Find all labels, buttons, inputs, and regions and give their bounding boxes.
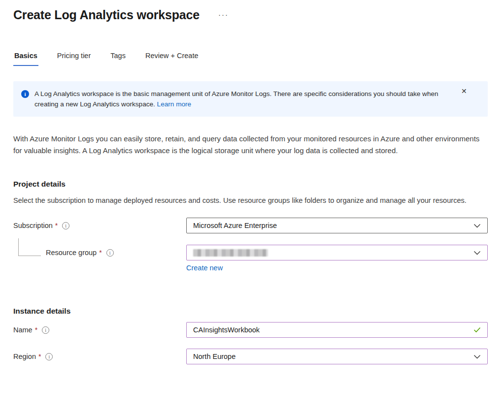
subscription-row: Subscription * i Microsoft Azure Enterpr… xyxy=(13,218,488,233)
info-tooltip-icon[interactable]: i xyxy=(62,222,69,229)
name-row: Name * i CAInsightsWorkbook xyxy=(13,322,488,338)
subscription-value: Microsoft Azure Enterprise xyxy=(193,222,277,229)
region-dropdown[interactable]: North Europe xyxy=(186,349,488,364)
intro-paragraph: With Azure Monitor Logs you can easily s… xyxy=(13,133,488,156)
page-header: Create Log Analytics workspace ··· xyxy=(13,8,488,22)
info-tooltip-icon[interactable]: i xyxy=(106,249,114,257)
learn-more-link[interactable]: Learn more xyxy=(157,100,192,108)
chevron-down-icon xyxy=(473,355,481,359)
info-banner: i A Log Analytics workspace is the basic… xyxy=(13,81,488,117)
info-banner-text: A Log Analytics workspace is the basic m… xyxy=(34,89,454,109)
required-asterisk: * xyxy=(55,222,58,229)
info-banner-message: A Log Analytics workspace is the basic m… xyxy=(34,90,438,108)
subscription-resource-group-connector xyxy=(18,238,41,256)
project-details-description: Select the subscription to manage deploy… xyxy=(13,195,469,206)
region-value: North Europe xyxy=(193,353,235,360)
tab-basics[interactable]: Basics xyxy=(13,52,38,66)
instance-details-heading: Instance details xyxy=(13,307,488,316)
region-label-group: Region * i xyxy=(13,353,186,360)
project-details-form: Subscription * i Microsoft Azure Enterpr… xyxy=(13,218,488,272)
subscription-label-group: Subscription * i xyxy=(13,222,186,229)
create-log-analytics-workspace-page: Create Log Analytics workspace ··· Basic… xyxy=(0,0,504,364)
required-asterisk: * xyxy=(99,249,101,257)
name-value: CAInsightsWorkbook xyxy=(193,326,260,334)
tab-bar: Basics Pricing tier Tags Review + Create xyxy=(13,52,488,66)
resource-group-row: Resource group * i xyxy=(13,245,488,260)
tab-review-create[interactable]: Review + Create xyxy=(144,52,200,66)
checkmark-icon xyxy=(473,327,481,333)
close-icon[interactable]: ✕ xyxy=(461,88,467,95)
instance-details-form: Name * i CAInsightsWorkbook Region * i N… xyxy=(13,322,488,364)
subscription-dropdown[interactable]: Microsoft Azure Enterprise xyxy=(186,218,488,233)
subscription-label: Subscription xyxy=(13,222,53,229)
region-row: Region * i North Europe xyxy=(13,349,488,364)
name-label: Name xyxy=(13,326,33,334)
create-new-link[interactable]: Create new xyxy=(186,264,223,272)
name-label-group: Name * i xyxy=(13,326,186,334)
info-tooltip-icon[interactable]: i xyxy=(45,353,53,360)
required-asterisk: * xyxy=(35,326,37,334)
region-label: Region xyxy=(13,353,36,360)
info-tooltip-icon[interactable]: i xyxy=(42,326,49,334)
project-details-heading: Project details xyxy=(13,180,488,189)
info-icon: i xyxy=(21,90,29,98)
resource-group-label: Resource group xyxy=(46,249,97,257)
name-input[interactable]: CAInsightsWorkbook xyxy=(186,322,488,338)
resource-group-redacted-value xyxy=(193,249,268,257)
resource-group-dropdown[interactable] xyxy=(186,245,488,260)
chevron-down-icon xyxy=(473,224,481,228)
required-asterisk: * xyxy=(38,353,41,360)
chevron-down-icon xyxy=(473,251,481,255)
ellipsis-icon[interactable]: ··· xyxy=(218,11,229,18)
page-title: Create Log Analytics workspace xyxy=(13,8,200,22)
tab-tags[interactable]: Tags xyxy=(109,52,127,66)
tab-pricing-tier[interactable]: Pricing tier xyxy=(56,52,92,66)
